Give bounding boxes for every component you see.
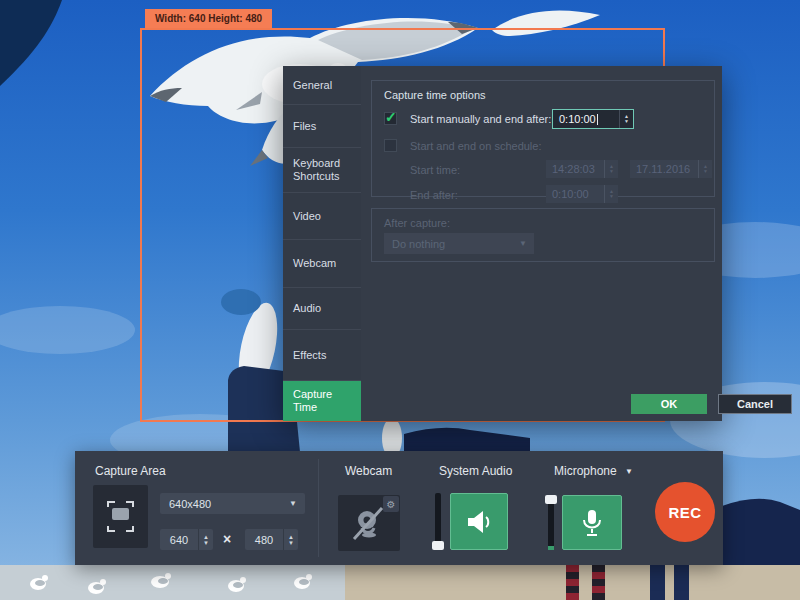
screen: Width: 640 Height: 480 General Files Key…	[0, 0, 800, 600]
end-after-label: End after:	[410, 189, 458, 201]
microphone-icon	[580, 508, 604, 538]
record-control-bar: Capture Area 640x480 ▼ 640 ▲ ▼ × 480	[75, 451, 723, 565]
speaker-icon	[464, 509, 494, 535]
capture-area-title: Capture Area	[95, 464, 166, 478]
capture-frame-icon	[93, 485, 148, 548]
after-capture-value: Do nothing	[392, 238, 445, 250]
duration-spinner[interactable]: ▲ ▼	[619, 110, 633, 128]
group-title: Capture time options	[384, 89, 486, 101]
beach-strip	[0, 565, 800, 600]
start-date-value: 17.11.2016	[630, 160, 698, 178]
chevron-down-icon: ▼	[519, 239, 527, 248]
spin-down-icon[interactable]: ▼	[624, 119, 629, 124]
checkmark-icon: ✓	[385, 109, 397, 125]
after-capture-group: After capture: Do nothing ▼	[371, 208, 715, 262]
capture-time-panel: Capture time options ✓ Start manually an…	[361, 66, 722, 421]
chevron-down-icon: ▼	[625, 467, 633, 476]
start-manually-checkbox[interactable]: ✓	[384, 112, 397, 125]
start-time-label: Start time:	[410, 164, 460, 176]
webcam-title: Webcam	[345, 464, 392, 478]
tab-keyboard-shortcuts[interactable]: Keyboard Shortcuts	[283, 148, 361, 193]
slider-fill	[548, 546, 554, 550]
height-value: 480	[245, 529, 283, 550]
slider-thumb[interactable]	[545, 495, 557, 504]
start-date-field: 17.11.2016 ▲ ▼	[630, 160, 712, 178]
spin-down-icon: ▼	[609, 169, 614, 174]
tab-general[interactable]: General	[283, 66, 361, 105]
times-separator: ×	[223, 531, 231, 547]
height-spinner[interactable]: ▲ ▼	[283, 529, 298, 550]
settings-sidebar: General Files Keyboard Shortcuts Video W…	[283, 66, 361, 421]
section-divider	[318, 459, 319, 557]
ok-button[interactable]: OK	[631, 394, 707, 414]
spin-down-icon[interactable]: ▼	[203, 540, 209, 546]
system-audio-toggle-button[interactable]	[450, 493, 508, 550]
start-time-value: 14:28:03	[546, 160, 604, 178]
resolution-preset-dropdown[interactable]: 640x480 ▼	[160, 493, 305, 514]
preset-value: 640x480	[169, 498, 211, 510]
gear-icon: ⚙	[387, 499, 396, 510]
spin-down-icon[interactable]: ▼	[288, 540, 294, 546]
height-stepper[interactable]: 480 ▲ ▼	[245, 529, 298, 550]
webcam-toggle-button[interactable]: ⚙	[338, 495, 400, 551]
start-time-field: 14:28:03 ▲ ▼	[546, 160, 618, 178]
system-audio-title: System Audio	[439, 464, 512, 478]
duration-input[interactable]: 0:10:00 ▲ ▼	[552, 109, 634, 129]
capture-time-options-group: Capture time options ✓ Start manually an…	[371, 80, 715, 197]
end-after-value: 0:10:00	[546, 185, 604, 203]
capture-area-button[interactable]	[93, 485, 148, 548]
duration-value: 0:10:00	[559, 113, 596, 125]
capture-size-label: Width: 640 Height: 480	[145, 9, 272, 28]
width-value: 640	[160, 529, 198, 550]
tab-capture-time[interactable]: Capture Time	[283, 381, 361, 421]
microphone-title[interactable]: Microphone ▼	[554, 464, 633, 478]
width-spinner[interactable]: ▲ ▼	[198, 529, 213, 550]
width-stepper[interactable]: 640 ▲ ▼	[160, 529, 213, 550]
schedule-checkbox	[384, 139, 397, 152]
end-after-field: 0:10:00 ▲ ▼	[546, 185, 618, 203]
after-capture-label: After capture:	[384, 217, 450, 229]
rec-button[interactable]: REC	[655, 482, 715, 542]
spin-down-icon: ▼	[609, 194, 614, 199]
tab-webcam[interactable]: Webcam	[283, 240, 361, 288]
slider-thumb[interactable]	[432, 541, 444, 550]
schedule-label: Start and end on schedule:	[410, 140, 541, 152]
tab-files[interactable]: Files	[283, 105, 361, 148]
webcam-settings-button[interactable]: ⚙	[383, 496, 399, 512]
settings-dialog: General Files Keyboard Shortcuts Video W…	[283, 66, 722, 421]
tab-video[interactable]: Video	[283, 193, 361, 240]
start-manually-label: Start manually and end after:	[410, 113, 551, 125]
microphone-toggle-button[interactable]	[562, 495, 622, 550]
tab-effects[interactable]: Effects	[283, 330, 361, 381]
system-audio-volume-slider[interactable]	[435, 493, 441, 550]
text-caret	[597, 114, 598, 125]
tab-audio[interactable]: Audio	[283, 288, 361, 330]
cancel-button[interactable]: Cancel	[718, 394, 792, 414]
microphone-volume-slider[interactable]	[548, 495, 554, 550]
spin-down-icon: ▼	[703, 169, 708, 174]
after-capture-dropdown: Do nothing ▼	[384, 233, 534, 254]
chevron-down-icon: ▼	[289, 499, 297, 508]
